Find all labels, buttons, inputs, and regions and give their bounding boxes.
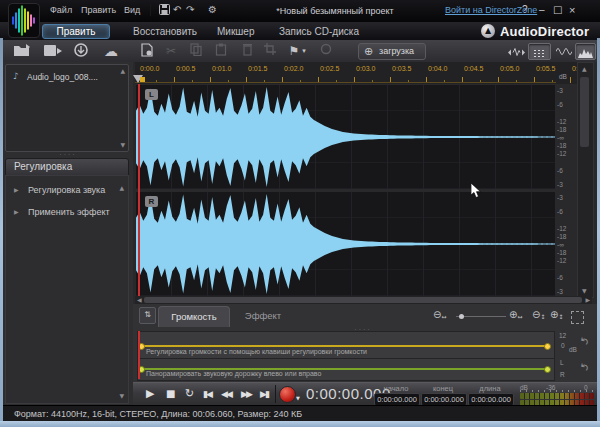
delete-icon[interactable] (239, 43, 255, 59)
normalize-icon[interactable] (318, 43, 334, 59)
library-scroll-down-icon[interactable]: ▼ (120, 142, 125, 148)
loop-button[interactable]: ↻ (185, 387, 194, 401)
go-to-start-button[interactable]: ▮◀ (203, 387, 211, 401)
library-scroll-up-icon[interactable]: ▲ (120, 68, 125, 74)
ruler-tick-label: 0:01.5 (248, 65, 267, 72)
volume-lane-label: Регулировка громкости с помощью клавиши … (146, 348, 367, 355)
waveform-right-svg (136, 192, 555, 296)
help-button[interactable]: ? (522, 4, 528, 15)
upload-button[interactable]: ⊕ загрузка (358, 43, 426, 60)
panel-splitter[interactable]: ···· (3, 151, 133, 158)
paste-icon[interactable] (213, 43, 229, 59)
undo-icon[interactable]: ↶ (173, 4, 181, 16)
adjust-scroll-down-icon[interactable]: ▼ (119, 393, 124, 399)
pan-reset-icon[interactable]: ↶ (576, 360, 592, 375)
spectral-view-toggle[interactable] (575, 43, 596, 60)
tab-volume[interactable]: Громкость (158, 306, 230, 327)
export-file-icon[interactable] (42, 43, 64, 59)
horizontal-scrollbar[interactable]: ◀ ▶ (135, 296, 592, 304)
convert-file-icon[interactable] (139, 43, 155, 59)
zoom-in-vertical-icon[interactable]: ⊕↕ (550, 309, 563, 320)
menu-file[interactable]: Файл (50, 5, 72, 15)
hscroll-left-icon[interactable]: ◀ (137, 297, 142, 303)
db-scale-label: -6 (557, 101, 563, 108)
save-icon[interactable] (159, 4, 170, 18)
waveform-channel-right[interactable] (136, 192, 555, 296)
pan-scale-left: L (560, 359, 564, 366)
import-file-icon[interactable] (12, 43, 34, 59)
fit-view-button[interactable] (571, 311, 584, 324)
db-scale-label: -12 (557, 224, 566, 231)
tab-effect[interactable]: Эффект (232, 306, 294, 326)
vscroll-down-icon[interactable]: ▼ (582, 288, 587, 294)
redo-icon[interactable]: ↷ (186, 4, 194, 16)
record-button[interactable] (279, 386, 296, 403)
cut-icon[interactable]: ✂ (163, 43, 179, 59)
ruler-tick-label: 0:05.5 (536, 65, 555, 72)
fast-forward-button[interactable]: ▶▶ (241, 387, 251, 401)
adjust-item-effect[interactable]: ▶ Применить эффект (6, 202, 128, 222)
cloud-icon[interactable]: ☁ (100, 43, 122, 59)
pan-keyframe-lane[interactable]: Панорамировать звуковую дорожку влево ил… (137, 358, 555, 381)
go-to-end-button[interactable]: ▶▮ (260, 387, 268, 401)
db-scale-label: -3 (557, 194, 563, 201)
playhead-line[interactable] (138, 84, 140, 296)
volume-keyframe-line[interactable] (140, 345, 548, 347)
menu-edit[interactable]: Править (81, 5, 116, 15)
keyframe-view-toggle[interactable] (528, 43, 551, 60)
directorzone-download-icon[interactable] (72, 43, 94, 59)
record-dropdown-icon[interactable]: ▼ (296, 391, 300, 405)
fit-waveform-toggle[interactable] (506, 43, 527, 58)
keyframe-panel: ⇅ Громкость Эффект ⊖↔ ⊕↔ ⊖↕ ⊕↕ ···· Регу… (133, 304, 597, 382)
tab-cd-burn[interactable]: Запись CD-диска (279, 26, 359, 37)
maximize-button[interactable]: □ (553, 4, 562, 15)
tab-edit[interactable]: Править (42, 24, 110, 39)
length-field-label: длина (468, 384, 512, 393)
library-item-audio-file[interactable]: ♪ Audio_logo_008.... (8, 70, 118, 83)
vertical-scrollbar[interactable]: ▲ ▼ (577, 62, 594, 298)
vscroll-thumb[interactable] (580, 77, 589, 147)
db-scale-label: -∞ (557, 241, 564, 248)
volume-keyframe-end[interactable] (544, 343, 551, 350)
volume-reset-icon[interactable]: ↶ (576, 334, 592, 349)
volume-keyframe-lane[interactable]: Регулировка громкости с помощью клавиши … (137, 331, 555, 359)
waveform-view-toggle[interactable] (553, 43, 574, 58)
tab-restore[interactable]: Восстановить (133, 26, 197, 37)
adjust-item-volume[interactable]: ▶ Регулировка звука (6, 180, 128, 200)
adjust-scroll-up-icon[interactable]: ▲ (119, 185, 124, 191)
ruler-tick-label: 0:02.0 (284, 65, 303, 72)
tab-mixer[interactable]: Микшер (217, 26, 254, 37)
transport-bar: ▶ ■ ↻ ▮◀ ◀◀ ▶▶ ▶▮ ▼ 0:00:00.000 начало 0… (133, 382, 597, 406)
db-scale-label: -6 (557, 273, 563, 280)
timeline-ruler[interactable]: 0:00.00:00.50:01.00:01.50:02.00:02.50:03… (135, 62, 577, 84)
waveform-channel-left[interactable] (136, 85, 555, 189)
db-scale-label: -3 (557, 287, 563, 294)
zoom-in-horizontal-icon[interactable]: ⊕↔ (509, 309, 522, 320)
marker-dropdown-icon[interactable]: ▾ (300, 43, 308, 59)
stop-button[interactable]: ■ (166, 387, 175, 401)
ruler-tick-label: 0:03.5 (392, 65, 411, 72)
hscroll-right-icon[interactable]: ▶ (585, 297, 590, 303)
keyframe-expander-button[interactable]: ⇅ (139, 307, 156, 324)
vscroll-up-icon[interactable]: ▲ (582, 66, 587, 72)
play-button[interactable]: ▶ (146, 387, 154, 401)
waveform-left-svg (136, 85, 555, 189)
menu-view[interactable]: Вид (124, 5, 140, 15)
zoom-out-horizontal-icon[interactable]: ⊖↔ (433, 309, 446, 320)
zoom-out-vertical-icon[interactable]: ⊖↕ (532, 309, 545, 320)
pan-keyframe-end[interactable] (544, 366, 551, 373)
marker-icon[interactable]: ⚑ (287, 43, 301, 59)
minimize-button[interactable]: – (539, 4, 545, 15)
ruler-tick-label: 0:04.0 (428, 65, 447, 72)
ruler-tick-label: 0:01.0 (212, 65, 231, 72)
trim-icon[interactable] (262, 43, 278, 59)
db-scale-label: -18 (557, 248, 566, 255)
copy-icon[interactable] (188, 43, 204, 59)
close-button[interactable]: × (569, 4, 575, 16)
hscroll-thumb[interactable] (144, 297, 582, 303)
settings-gear-icon[interactable]: ⚙ (208, 4, 217, 16)
rewind-button[interactable]: ◀◀ (221, 387, 231, 401)
zoom-slider-handle[interactable] (459, 314, 464, 319)
db-scale-label: -3 (557, 180, 563, 187)
level-meter: dB -36 0 (520, 384, 594, 405)
